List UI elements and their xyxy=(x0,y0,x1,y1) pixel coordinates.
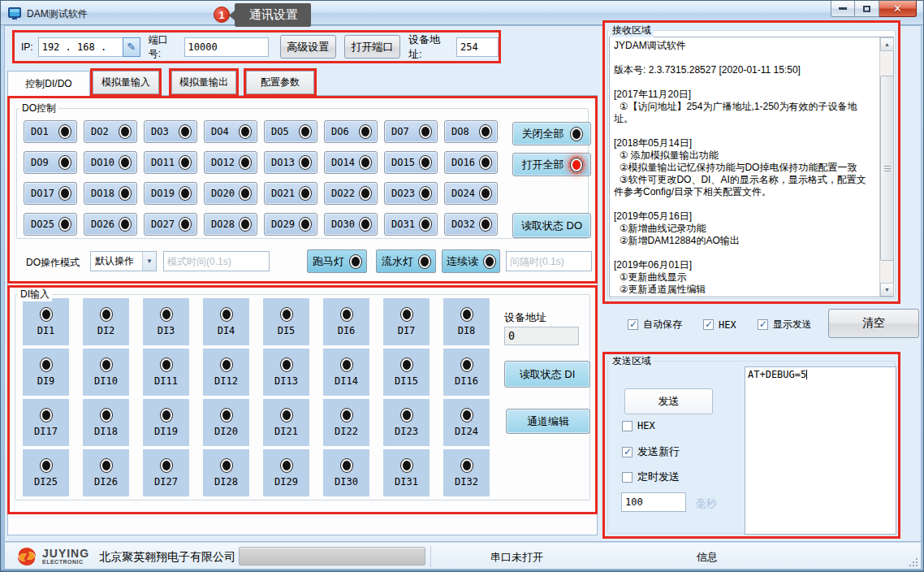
di-channel-cell[interactable]: DI32 xyxy=(443,449,490,496)
di-channel-cell[interactable]: DI4 xyxy=(203,298,249,345)
do-channel-button[interactable]: DO23 xyxy=(384,182,438,205)
di-channel-cell[interactable]: DI1 xyxy=(23,298,69,345)
di-channel-cell[interactable]: DI16 xyxy=(443,349,490,396)
di-channel-cell[interactable]: DI21 xyxy=(263,399,309,446)
tab-analog-input[interactable]: 模拟量输入 xyxy=(93,71,159,94)
di-channel-cell[interactable]: DI11 xyxy=(143,349,189,396)
di-channel-cell[interactable]: DI15 xyxy=(383,349,430,396)
do-channel-button[interactable]: DO26 xyxy=(84,213,137,236)
read-do-status-button[interactable]: 读取状态 DO xyxy=(512,213,591,238)
do-channel-button[interactable]: DO12 xyxy=(204,151,257,174)
send-newline-checkbox[interactable]: 发送新行 xyxy=(622,444,680,459)
di-channel-cell[interactable]: DI18 xyxy=(83,399,129,446)
di-channel-cell[interactable]: DI17 xyxy=(23,399,69,446)
do-channel-button[interactable]: DO17 xyxy=(24,182,77,205)
send-interval-input[interactable] xyxy=(621,492,686,512)
di-channel-cell[interactable]: DI3 xyxy=(143,298,189,345)
di-channel-cell[interactable]: DI31 xyxy=(383,449,430,496)
do-channel-button[interactable]: DO3 xyxy=(144,120,197,143)
do-channel-button[interactable]: DO30 xyxy=(324,213,378,236)
do-channel-button[interactable]: DO9 xyxy=(24,151,77,174)
receive-scrollbar[interactable]: ▲ ▼ xyxy=(879,37,893,297)
di-channel-cell[interactable]: DI29 xyxy=(263,449,309,496)
autosave-checkbox[interactable]: 自动保存 xyxy=(628,318,682,332)
device-addr-input[interactable] xyxy=(456,37,499,57)
send-button[interactable]: 发送 xyxy=(624,388,713,414)
do-channel-button[interactable]: DO24 xyxy=(444,182,498,205)
do-channel-button[interactable]: DO25 xyxy=(24,213,77,236)
advanced-settings-button[interactable]: 高级设置 xyxy=(280,35,336,58)
di-channel-cell[interactable]: DI27 xyxy=(143,449,189,496)
interval-input[interactable] xyxy=(506,251,592,271)
di-channel-cell[interactable]: DI12 xyxy=(203,349,249,396)
tab-config-params[interactable]: 配置参数 xyxy=(246,71,314,94)
mode-time-input[interactable] xyxy=(163,251,270,271)
close-button[interactable]: ✕ xyxy=(879,1,917,17)
di-channel-cell[interactable]: DI30 xyxy=(323,449,369,496)
do-channel-button[interactable]: DO15 xyxy=(384,151,438,174)
clear-button[interactable]: 清空 xyxy=(828,309,919,338)
di-channel-cell[interactable]: DI10 xyxy=(83,349,129,396)
do-channel-button[interactable]: DO1 xyxy=(24,120,77,143)
di-channel-cell[interactable]: DI8 xyxy=(443,298,490,345)
di-channel-cell[interactable]: DI13 xyxy=(263,349,309,396)
timed-send-checkbox[interactable]: 定时发送 xyxy=(622,470,680,484)
do-channel-button[interactable]: DO14 xyxy=(324,151,378,174)
do-channel-button[interactable]: DO21 xyxy=(264,182,317,205)
di-channel-cell[interactable]: DI25 xyxy=(23,449,69,496)
do-channel-button[interactable]: DO11 xyxy=(144,151,197,174)
edit-ip-button[interactable]: ✎ xyxy=(123,37,140,57)
di-channel-cell[interactable]: DI19 xyxy=(143,399,189,446)
read-di-status-button[interactable]: 读取状态 DI xyxy=(504,361,590,388)
minimize-button[interactable] xyxy=(831,1,855,17)
scrollbar-thumb[interactable] xyxy=(880,76,894,261)
do-channel-button[interactable]: DO13 xyxy=(264,151,317,174)
di-channel-cell[interactable]: DI20 xyxy=(203,399,249,446)
di-device-addr-input[interactable] xyxy=(504,327,579,345)
do-channel-button[interactable]: DO2 xyxy=(84,120,137,143)
do-channel-button[interactable]: DO5 xyxy=(264,120,317,143)
close-all-button[interactable]: 关闭全部 xyxy=(512,122,591,145)
di-channel-cell[interactable]: DI24 xyxy=(443,399,490,446)
do-channel-button[interactable]: DO10 xyxy=(84,151,137,174)
port-input[interactable] xyxy=(184,37,269,57)
open-all-button[interactable]: 打开全部 xyxy=(512,153,591,176)
do-channel-button[interactable]: DO22 xyxy=(324,182,378,205)
di-channel-cell[interactable]: DI28 xyxy=(203,449,249,496)
di-channel-cell[interactable]: DI14 xyxy=(323,349,369,396)
di-channel-cell[interactable]: DI6 xyxy=(323,298,369,345)
di-channel-cell[interactable]: DI26 xyxy=(83,449,129,496)
do-channel-button[interactable]: DO32 xyxy=(444,213,498,236)
ip-input[interactable] xyxy=(38,37,123,57)
do-channel-button[interactable]: DO27 xyxy=(144,213,197,236)
send-hex-checkbox[interactable]: HEX xyxy=(622,420,655,431)
recv-hex-checkbox[interactable]: HEX xyxy=(703,319,736,331)
di-channel-cell[interactable]: DI22 xyxy=(323,399,369,446)
di-channel-cell[interactable]: DI7 xyxy=(383,298,430,345)
do-channel-button[interactable]: DO7 xyxy=(384,120,438,143)
receive-log[interactable]: JYDAM调试软件 版本号: 2.3.7315.28527 [2020-01-1… xyxy=(609,37,894,297)
di-channel-cell[interactable]: DI2 xyxy=(83,298,129,345)
do-channel-button[interactable]: DO6 xyxy=(324,120,378,143)
flow-light-button[interactable]: 流水灯 xyxy=(376,249,436,273)
do-channel-button[interactable]: DO28 xyxy=(204,213,257,236)
send-textarea[interactable]: AT+DEBUG=5 xyxy=(745,366,896,535)
resize-grip[interactable] xyxy=(908,557,918,566)
do-channel-button[interactable]: DO29 xyxy=(264,213,317,236)
do-channel-button[interactable]: DO8 xyxy=(444,120,498,143)
di-channel-cell[interactable]: DI9 xyxy=(23,349,69,396)
do-channel-button[interactable]: DO31 xyxy=(384,213,438,236)
do-channel-button[interactable]: DO18 xyxy=(84,182,137,205)
scrollbar-down-button[interactable]: ▼ xyxy=(880,283,894,297)
show-send-checkbox[interactable]: 显示发送 xyxy=(758,318,812,332)
do-mode-select[interactable]: 默认操作 ▼ xyxy=(90,251,157,271)
do-channel-button[interactable]: DO4 xyxy=(204,120,257,143)
do-channel-button[interactable]: DO16 xyxy=(444,151,498,174)
scrollbar-up-button[interactable]: ▲ xyxy=(880,37,894,51)
do-channel-button[interactable]: DO19 xyxy=(144,182,197,205)
do-channel-button[interactable]: DO20 xyxy=(204,182,257,205)
tab-control-dido[interactable]: 控制DI/DO xyxy=(7,71,90,96)
marquee-button[interactable]: 跑马灯 xyxy=(307,249,367,273)
maximize-button[interactable] xyxy=(855,1,879,17)
continuous-read-button[interactable]: 连续读 xyxy=(442,249,500,273)
